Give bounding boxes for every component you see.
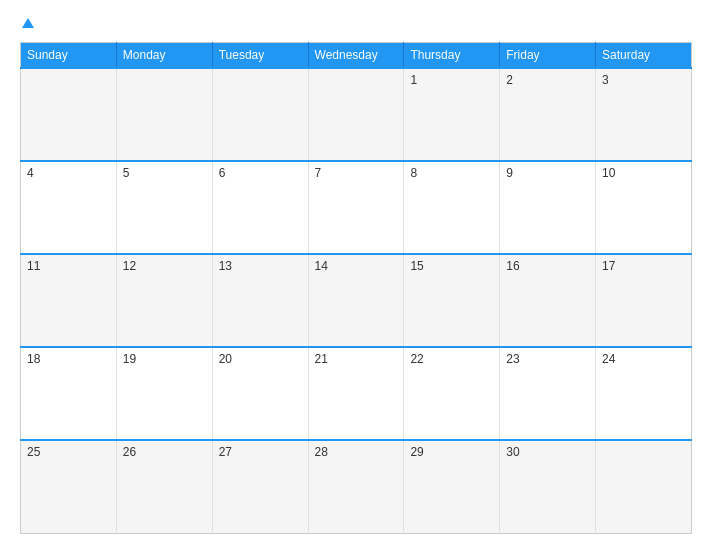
weekday-header-saturday: Saturday [596,43,692,69]
page: SundayMondayTuesdayWednesdayThursdayFrid… [0,0,712,550]
day-number: 30 [506,445,519,459]
day-number: 23 [506,352,519,366]
day-number: 11 [27,259,40,273]
day-number: 13 [219,259,232,273]
calendar-cell: 19 [116,347,212,440]
day-number: 15 [410,259,423,273]
calendar-cell: 12 [116,254,212,347]
calendar-cell: 28 [308,440,404,533]
day-number: 10 [602,166,615,180]
calendar-cell: 5 [116,161,212,254]
weekday-header-sunday: Sunday [21,43,117,69]
calendar-cell: 16 [500,254,596,347]
day-number: 6 [219,166,226,180]
calendar-cell: 25 [21,440,117,533]
calendar-cell: 6 [212,161,308,254]
day-number: 21 [315,352,328,366]
weekday-header-thursday: Thursday [404,43,500,69]
day-number: 2 [506,73,513,87]
day-number: 16 [506,259,519,273]
day-number: 24 [602,352,615,366]
calendar-cell: 17 [596,254,692,347]
calendar-cell [596,440,692,533]
calendar-cell: 20 [212,347,308,440]
day-number: 1 [410,73,417,87]
weekday-header-friday: Friday [500,43,596,69]
calendar-cell: 22 [404,347,500,440]
week-row-5: 252627282930 [21,440,692,533]
weekday-header-wednesday: Wednesday [308,43,404,69]
calendar-cell: 11 [21,254,117,347]
day-number: 9 [506,166,513,180]
calendar-cell: 1 [404,68,500,161]
weekday-header-tuesday: Tuesday [212,43,308,69]
logo-text [20,16,34,32]
day-number: 18 [27,352,40,366]
calendar-cell: 10 [596,161,692,254]
calendar-cell: 9 [500,161,596,254]
calendar-cell: 7 [308,161,404,254]
day-number: 7 [315,166,322,180]
calendar-cell: 4 [21,161,117,254]
calendar-cell: 21 [308,347,404,440]
weekday-header-row: SundayMondayTuesdayWednesdayThursdayFrid… [21,43,692,69]
day-number: 8 [410,166,417,180]
day-number: 12 [123,259,136,273]
day-number: 17 [602,259,615,273]
day-number: 5 [123,166,130,180]
calendar-cell: 18 [21,347,117,440]
calendar-cell [21,68,117,161]
header [20,16,692,32]
day-number: 4 [27,166,34,180]
day-number: 14 [315,259,328,273]
calendar-cell [212,68,308,161]
calendar-cell: 2 [500,68,596,161]
calendar-cell [116,68,212,161]
logo [20,16,34,32]
calendar-cell: 14 [308,254,404,347]
calendar-cell: 27 [212,440,308,533]
day-number: 28 [315,445,328,459]
calendar-cell: 26 [116,440,212,533]
day-number: 22 [410,352,423,366]
calendar-cell: 15 [404,254,500,347]
calendar-table: SundayMondayTuesdayWednesdayThursdayFrid… [20,42,692,534]
calendar-cell: 3 [596,68,692,161]
day-number: 25 [27,445,40,459]
day-number: 26 [123,445,136,459]
day-number: 19 [123,352,136,366]
week-row-4: 18192021222324 [21,347,692,440]
calendar-cell: 24 [596,347,692,440]
calendar-cell: 30 [500,440,596,533]
weekday-header-monday: Monday [116,43,212,69]
day-number: 20 [219,352,232,366]
calendar-cell [308,68,404,161]
week-row-3: 11121314151617 [21,254,692,347]
calendar-cell: 29 [404,440,500,533]
calendar-cell: 13 [212,254,308,347]
calendar-cell: 23 [500,347,596,440]
day-number: 3 [602,73,609,87]
week-row-1: 123 [21,68,692,161]
calendar-cell: 8 [404,161,500,254]
logo-triangle-icon [22,18,34,28]
day-number: 27 [219,445,232,459]
day-number: 29 [410,445,423,459]
week-row-2: 45678910 [21,161,692,254]
